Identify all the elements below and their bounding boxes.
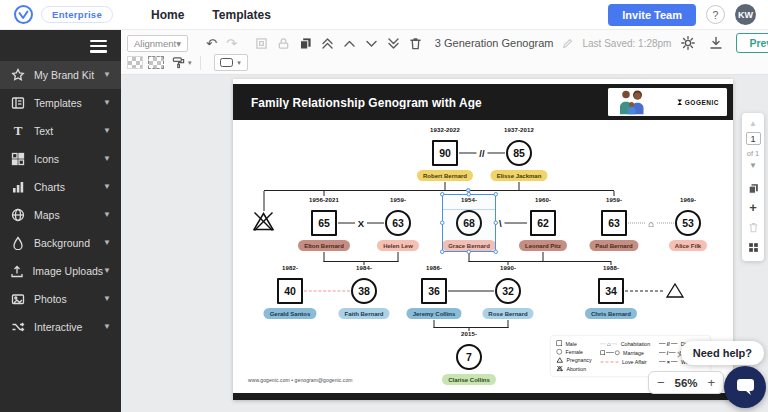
- bring-forward-icon[interactable]: [343, 36, 356, 51]
- need-help-tooltip[interactable]: Need help?: [681, 341, 764, 365]
- delete-page-icon[interactable]: [748, 222, 759, 233]
- user-avatar[interactable]: KW: [735, 4, 756, 25]
- person-node-paul-bernard[interactable]: 1959-63Paul Bernard: [584, 196, 644, 251]
- person-name-label: Elton Bernard: [298, 240, 350, 251]
- delete-icon[interactable]: [409, 36, 422, 51]
- undo-icon[interactable]: ↶: [206, 36, 217, 51]
- person-node-elton-bernard[interactable]: 1956-202165Elton Bernard: [294, 196, 354, 251]
- sidebar-item-interactive[interactable]: Interactive▼: [0, 313, 121, 341]
- genogram-footer-bar[interactable]: [233, 393, 733, 400]
- bar-chart-icon: [10, 179, 26, 195]
- chat-widget-button[interactable]: [724, 366, 766, 408]
- venngage-logo-icon[interactable]: [14, 5, 33, 24]
- selection-handle[interactable]: [440, 192, 445, 197]
- sidebar-collapse-icon[interactable]: [90, 40, 107, 53]
- help-button[interactable]: ?: [706, 5, 725, 24]
- person-node-alice-filk[interactable]: 1969-53Alice Filk: [658, 196, 718, 251]
- selection-handle[interactable]: [440, 221, 445, 226]
- person-node-faith-bernard[interactable]: 1984-38Faith Bernard: [334, 264, 394, 319]
- sidebar-item-maps[interactable]: Maps▼: [0, 201, 121, 229]
- chevron-down-icon: ▾: [237, 59, 241, 67]
- female-shape: 7: [456, 344, 482, 370]
- add-page-icon[interactable]: +: [749, 203, 757, 213]
- border-style-dropdown[interactable]: ▾: [214, 54, 248, 71]
- sidebar-item-my-brand-kit[interactable]: My Brand Kit▼: [0, 61, 121, 89]
- brand-logo-box[interactable]: GOGENIC: [608, 88, 727, 116]
- selection-handle[interactable]: [467, 250, 472, 255]
- zoom-in-button[interactable]: +: [707, 376, 715, 389]
- download-icon[interactable]: [708, 36, 723, 51]
- person-node-helen-lew[interactable]: 1959-63Helen Lew: [368, 196, 428, 251]
- selection-handle[interactable]: [440, 250, 445, 255]
- pregnancy-symbol[interactable]: [665, 282, 685, 299]
- redo-icon[interactable]: ↷: [226, 36, 237, 51]
- sidebar-item-photos[interactable]: Photos▼: [0, 285, 121, 313]
- person-node-elisse-jackman[interactable]: 1937-201285Elisse Jackman: [489, 126, 549, 181]
- selection-box[interactable]: [442, 194, 496, 252]
- duplicate-page-icon[interactable]: [748, 183, 759, 194]
- genogram-footer-contacts[interactable]: www.gogenic.com • genogram@gogenic.com: [248, 378, 353, 384]
- selection-handle[interactable]: [494, 221, 499, 226]
- top-navigation-bar: Enterprise Home Templates Invite Team ? …: [0, 0, 768, 30]
- legend-row-love-affair: Love Affair: [601, 358, 651, 366]
- page-down-icon[interactable]: ▼: [749, 162, 757, 170]
- document-title[interactable]: 3 Generation Genogram: [435, 37, 554, 49]
- genogram-title[interactable]: Family Relationship Genogram with Age: [251, 95, 482, 110]
- sidebar-item-label: Text: [34, 125, 53, 137]
- selection-transparency-icon[interactable]: [148, 56, 164, 69]
- nav-templates[interactable]: Templates: [212, 8, 270, 22]
- sidebar-item-background[interactable]: Background▼: [0, 229, 121, 257]
- sidebar-item-label: Templates: [34, 97, 82, 109]
- abortion-legend-icon: [557, 366, 564, 372]
- birth-death-dates: 1982-: [282, 264, 298, 273]
- zoom-out-button[interactable]: −: [657, 376, 665, 389]
- last-saved-status: Last Saved: 1:28pm: [582, 38, 671, 49]
- male-legend-icon: [557, 341, 563, 347]
- duplicate-icon[interactable]: [299, 36, 312, 51]
- male-shape: 36: [421, 278, 447, 304]
- person-node-chris-bernard[interactable]: 1988-34Chris Bernard: [581, 264, 641, 319]
- abortion-symbol[interactable]: [252, 211, 275, 232]
- sidebar-item-charts[interactable]: Charts▼: [0, 173, 121, 201]
- selection-handle[interactable]: [494, 250, 499, 255]
- selection-handle[interactable]: [494, 192, 499, 197]
- page-up-icon[interactable]: ▲: [749, 120, 757, 128]
- person-node-rose-bernard[interactable]: 1990-32Rose Bernard: [478, 264, 538, 319]
- divider: [200, 56, 201, 70]
- preview-button[interactable]: Preview: [736, 33, 768, 53]
- send-to-back-icon[interactable]: [387, 36, 400, 51]
- person-name-label: Leonard Pitz: [519, 240, 567, 251]
- background-transparency-icon[interactable]: [127, 56, 143, 69]
- sidebar-item-text[interactable]: TText▼: [0, 117, 121, 145]
- person-node-leonard-pitz[interactable]: 1960-62Leonard Pitz: [513, 196, 573, 251]
- alignment-dropdown[interactable]: Alignment ▾: [127, 35, 188, 52]
- genogram-header-bar[interactable]: Family Relationship Genogram with Age: [233, 84, 733, 120]
- invite-team-button[interactable]: Invite Team: [608, 4, 696, 26]
- person-node-clarise-collins[interactable]: 2015-7Clarise Collins: [439, 330, 499, 385]
- design-page[interactable]: Family Relationship Genogram with Age: [233, 79, 733, 400]
- selection-handle[interactable]: [467, 192, 472, 197]
- crop-frame-icon[interactable]: [255, 36, 268, 51]
- canvas-area: Family Relationship Genogram with Age: [121, 75, 768, 412]
- person-name-label: Elisse Jackman: [491, 170, 548, 181]
- bring-to-front-icon[interactable]: [321, 36, 334, 51]
- send-backward-icon[interactable]: [365, 36, 378, 51]
- color-picker-dropdown[interactable]: ▾: [169, 55, 195, 70]
- zoom-level[interactable]: 56%: [674, 377, 697, 389]
- sidebar-item-templates[interactable]: Templates▼: [0, 89, 121, 117]
- person-node-gerald-santos[interactable]: 1982-40Gerald Santos: [260, 264, 320, 319]
- person-node-robert-bernard[interactable]: 1932-202290Robert Bernard: [415, 126, 475, 181]
- person-node-jeremy-collins[interactable]: 1986-36Jeremy Collins: [404, 264, 464, 319]
- settings-gear-icon[interactable]: [680, 36, 695, 51]
- legend-label: Marriage: [623, 350, 644, 356]
- current-page-number[interactable]: 1: [746, 132, 761, 145]
- sidebar-item-icons[interactable]: Icons▼: [0, 145, 121, 173]
- person-name-label: Chris Bernard: [585, 308, 637, 319]
- nav-home[interactable]: Home: [151, 8, 184, 22]
- lock-icon[interactable]: [277, 36, 290, 51]
- star-icon: [10, 67, 26, 83]
- edit-title-icon[interactable]: [562, 36, 573, 51]
- sidebar-item-image-uploads[interactable]: Image Uploads▼: [0, 257, 121, 285]
- page-overview-grid-icon[interactable]: [748, 242, 759, 253]
- chat-bubble-icon: [735, 378, 756, 397]
